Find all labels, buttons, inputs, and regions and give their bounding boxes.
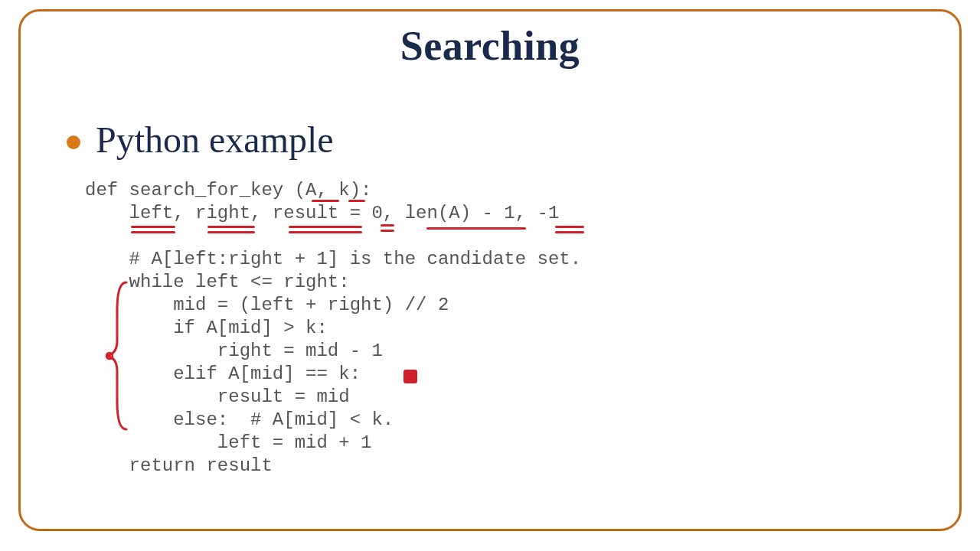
- slide-body: Python example def search_for_key (A, k)…: [67, 119, 913, 496]
- bullet-icon: [67, 135, 80, 149]
- code-block: def search_for_key (A, k): left, right, …: [85, 179, 913, 478]
- bullet-text: Python example: [96, 119, 334, 161]
- bullet-row: Python example: [67, 119, 913, 161]
- slide-frame: Searching Python example def search_for_…: [18, 9, 962, 531]
- slide-title: Searching: [21, 22, 959, 70]
